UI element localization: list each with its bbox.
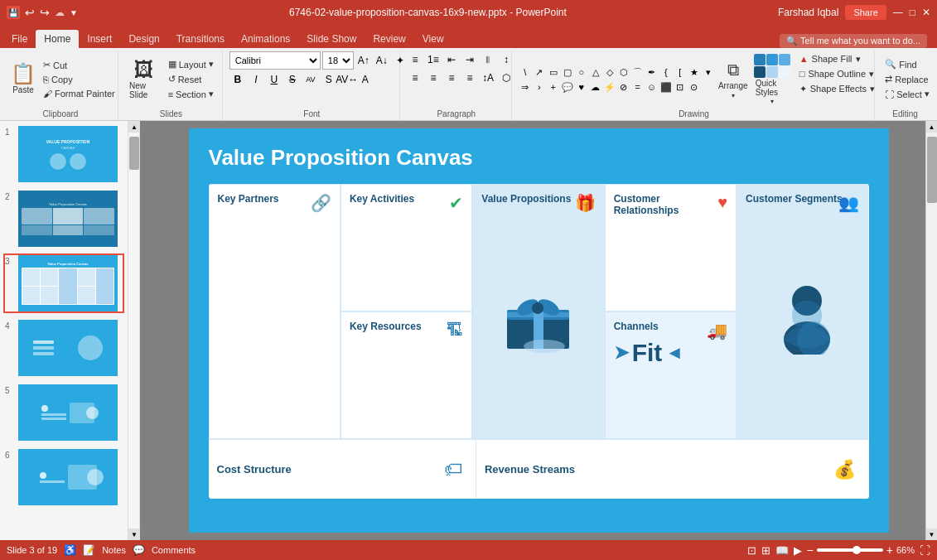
text-direction-btn[interactable]: ↕A bbox=[480, 70, 496, 86]
decrease-indent-btn[interactable]: ⇤ bbox=[443, 51, 460, 68]
format-painter-button[interactable]: 🖌 Format Painter bbox=[40, 87, 118, 100]
canvas-vscroll[interactable]: ▲ ▼ bbox=[925, 121, 937, 540]
font-size-select[interactable]: 18 bbox=[322, 51, 354, 70]
decrease-font-btn[interactable]: A↓ bbox=[374, 52, 390, 69]
close-btn[interactable]: ✕ bbox=[922, 7, 930, 18]
shape-brace[interactable]: { bbox=[659, 65, 673, 79]
line-spacing-btn[interactable]: ↕ bbox=[498, 51, 514, 68]
underline-btn[interactable]: U bbox=[266, 71, 283, 88]
notes-btn[interactable]: Notes bbox=[102, 545, 126, 555]
quick-styles-button[interactable]: Quick Styles ▾ bbox=[751, 51, 793, 108]
shape-plus[interactable]: + bbox=[547, 80, 560, 94]
justify-btn[interactable]: ≡ bbox=[461, 70, 478, 86]
select-button[interactable]: ⛶ Select ▾ bbox=[881, 87, 933, 101]
copy-button[interactable]: ⎘ Copy bbox=[40, 73, 118, 86]
shape-rect[interactable]: ▭ bbox=[547, 65, 560, 79]
shape-fill-button[interactable]: ▲ Shape Fill ▾ bbox=[796, 52, 878, 66]
numbering-btn[interactable]: 1≡ bbox=[425, 51, 442, 68]
tab-animations[interactable]: Animations bbox=[233, 30, 298, 48]
zoom-slider[interactable] bbox=[817, 548, 883, 552]
slide-thumb-6[interactable]: 6 bbox=[3, 447, 124, 507]
shape-smiley[interactable]: ☺ bbox=[645, 80, 659, 94]
shape-hex[interactable]: ⬡ bbox=[617, 65, 630, 79]
find-button[interactable]: 🔍 Find bbox=[881, 57, 933, 71]
canvas-scroll-down[interactable]: ▼ bbox=[926, 529, 937, 540]
cut-button[interactable]: ✂ Cut bbox=[40, 58, 118, 72]
canvas-scroll-up[interactable]: ▲ bbox=[926, 121, 937, 133]
shape-curve[interactable]: ⌒ bbox=[631, 65, 645, 79]
smallcaps-btn[interactable]: AV bbox=[302, 71, 319, 88]
canvas-scroll-thumb[interactable] bbox=[927, 137, 937, 203]
shape-triangle[interactable]: △ bbox=[589, 65, 602, 79]
scroll-thumb[interactable] bbox=[129, 137, 139, 170]
share-button[interactable]: Share bbox=[845, 5, 886, 20]
increase-font-btn[interactable]: A↑ bbox=[355, 52, 372, 69]
tab-design[interactable]: Design bbox=[120, 30, 167, 48]
shape-cylinder[interactable]: ⊡ bbox=[674, 80, 687, 94]
tab-home[interactable]: Home bbox=[36, 30, 79, 48]
shape-diamond[interactable]: ◇ bbox=[603, 65, 616, 79]
tab-review[interactable]: Review bbox=[365, 30, 413, 48]
slide-thumb-2[interactable]: 2 Value Proposition Canvas bbox=[3, 189, 124, 249]
shape-rounded-rect[interactable]: ▢ bbox=[561, 65, 574, 79]
reset-button[interactable]: ↺ Reset bbox=[165, 72, 217, 86]
minimize-btn[interactable]: — bbox=[893, 7, 903, 18]
col-layout-btn[interactable]: ⫴ bbox=[480, 51, 496, 68]
paste-button[interactable]: 📋 Paste bbox=[8, 61, 38, 97]
align-right-btn[interactable]: ≡ bbox=[443, 70, 460, 86]
replace-button[interactable]: ⇄ Replace bbox=[881, 72, 933, 86]
align-left-btn[interactable]: ≡ bbox=[407, 70, 423, 86]
italic-btn[interactable]: I bbox=[248, 71, 264, 88]
scroll-up-btn[interactable]: ▲ bbox=[128, 121, 140, 133]
slide-thumb-5[interactable]: 5 bbox=[3, 383, 124, 442]
shadow-btn[interactable]: S bbox=[321, 71, 337, 88]
shape-callout[interactable]: 💬 bbox=[561, 80, 574, 94]
shape-lightning[interactable]: ⚡ bbox=[603, 80, 616, 94]
slide-panel-scrollbar[interactable]: ▲ ▼ bbox=[128, 121, 140, 540]
shape-line[interactable]: \ bbox=[519, 65, 532, 79]
arrange-button[interactable]: ⧉ Arrange ▾ bbox=[718, 58, 748, 102]
zoom-in-btn[interactable]: + bbox=[886, 543, 893, 557]
section-button[interactable]: ≡ Section ▾ bbox=[165, 87, 217, 101]
shape-heart[interactable]: ♥ bbox=[575, 80, 588, 94]
slide-thumb-1[interactable]: 1 VALUE PROPOSITION CANVAS bbox=[3, 124, 124, 184]
slide-sorter-icon[interactable]: ⊞ bbox=[761, 544, 770, 557]
zoom-level[interactable]: 66% bbox=[896, 545, 915, 555]
strikethrough-btn[interactable]: S bbox=[284, 71, 301, 88]
shape-chevron[interactable]: › bbox=[533, 80, 546, 94]
tab-view[interactable]: View bbox=[414, 30, 452, 48]
shape-cube[interactable]: ⬛ bbox=[659, 80, 673, 94]
charspacing-btn[interactable]: AV↔ bbox=[339, 71, 355, 88]
maximize-btn[interactable]: □ bbox=[910, 7, 915, 18]
font-family-select[interactable]: Calibri bbox=[229, 51, 321, 70]
shape-bracket[interactable]: [ bbox=[674, 65, 687, 79]
shape-effects-button[interactable]: ✦ Shape Effects ▾ bbox=[796, 82, 878, 96]
scroll-down-btn[interactable]: ▼ bbox=[128, 529, 140, 540]
shape-oval[interactable]: ○ bbox=[575, 65, 588, 79]
increase-indent-btn[interactable]: ⇥ bbox=[461, 51, 478, 68]
shape-eq[interactable]: = bbox=[631, 80, 645, 94]
tell-me-input[interactable]: 🔍 Tell me what you want to do... bbox=[780, 34, 927, 48]
new-slide-button[interactable]: 🖼 New Slide bbox=[125, 57, 163, 102]
shape-donut[interactable]: ⊙ bbox=[688, 80, 701, 94]
undo-btn[interactable]: ↩ bbox=[25, 6, 35, 19]
bold-btn[interactable]: B bbox=[229, 71, 246, 88]
shapes-more[interactable]: ▾ bbox=[702, 65, 715, 79]
zoom-out-btn[interactable]: − bbox=[807, 543, 814, 557]
layout-button[interactable]: ▦ Layout ▾ bbox=[165, 57, 217, 71]
comments-btn[interactable]: Comments bbox=[152, 545, 196, 555]
fit-slide-btn[interactable]: ⛶ bbox=[920, 544, 930, 557]
shape-cloud[interactable]: ☁ bbox=[589, 80, 602, 94]
shape-freeform[interactable]: ✒ bbox=[645, 65, 659, 79]
slide-thumb-4[interactable]: 4 bbox=[3, 318, 124, 378]
redo-btn[interactable]: ↪ bbox=[40, 6, 50, 19]
shape-star[interactable]: ★ bbox=[688, 65, 701, 79]
shape-arrow[interactable]: ↗ bbox=[533, 65, 546, 79]
bullets-btn[interactable]: ≡ bbox=[407, 51, 423, 68]
normal-view-icon[interactable]: ⊡ bbox=[747, 544, 756, 557]
tab-file[interactable]: File bbox=[3, 30, 36, 48]
shape-arrow2[interactable]: ⇒ bbox=[519, 80, 532, 94]
slideshow-icon[interactable]: ▶ bbox=[794, 544, 802, 557]
align-center-btn[interactable]: ≡ bbox=[425, 70, 442, 86]
reading-view-icon[interactable]: 📖 bbox=[775, 544, 789, 557]
